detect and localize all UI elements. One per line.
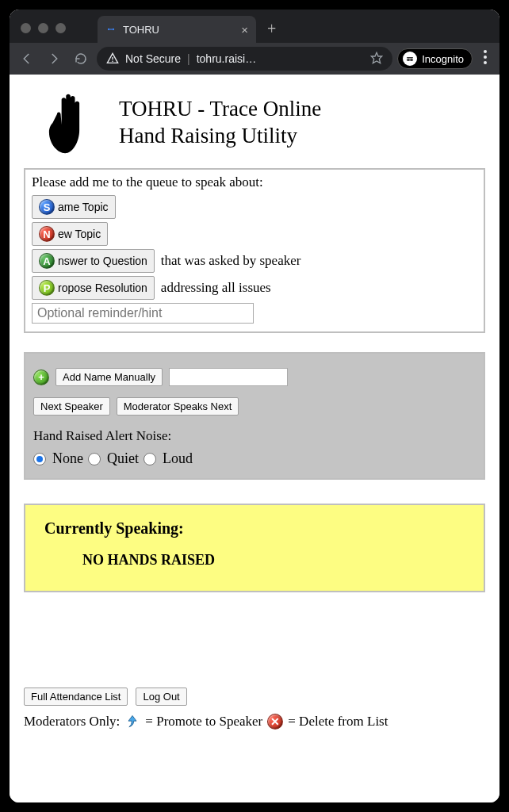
tab-favicon-icon	[105, 24, 117, 35]
svg-point-0	[108, 29, 109, 30]
page-header: TOHRU - Trace Online Hand Raising Utilit…	[24, 87, 485, 165]
moderator-panel: + Add Name Manually Next Speaker Moderat…	[24, 352, 485, 480]
alert-radio-quiet[interactable]	[88, 453, 101, 465]
moderator-speaks-label: Moderator Speaks Next	[124, 400, 232, 412]
propose-resolution-label: ropose Resolution	[58, 282, 147, 294]
svg-point-10	[484, 56, 487, 59]
incognito-label: Incognito	[422, 53, 464, 65]
svg-rect-2	[109, 29, 113, 29]
browser-tab[interactable]: TOHRU ×	[98, 16, 256, 43]
letter-badge-a-icon: A	[39, 253, 55, 269]
svg-point-9	[484, 50, 487, 53]
forward-button[interactable]	[43, 48, 65, 70]
add-name-button[interactable]: Add Name Manually	[55, 368, 163, 386]
same-topic-button[interactable]: S ame Topic	[32, 195, 116, 219]
alert-noise-label: Hand Raised Alert Noise:	[33, 428, 476, 444]
propose-resolution-suffix: addressing all issues	[161, 280, 271, 296]
delete-x-icon: ✕	[267, 714, 283, 730]
queue-option-new-topic: N ew Topic	[32, 222, 477, 246]
legend-prefix: Moderators Only:	[24, 714, 120, 730]
alert-radio-loud[interactable]	[144, 453, 156, 465]
full-attendance-label: Full Attendance List	[31, 691, 121, 703]
browser-tabbar: TOHRU × +	[10, 10, 499, 43]
answer-question-button[interactable]: A nswer to Question	[32, 249, 155, 273]
svg-rect-8	[407, 57, 413, 59]
hand-logo-icon	[43, 87, 100, 159]
plus-icon[interactable]: +	[33, 370, 49, 385]
page-title-line2: Hand Raising Utility	[119, 123, 321, 150]
browser-menu-icon[interactable]	[477, 50, 493, 67]
bookmark-star-icon[interactable]	[370, 52, 383, 67]
speaker-controls-row: Next Speaker Moderator Speaks Next	[33, 397, 476, 416]
propose-resolution-button[interactable]: P ropose Resolution	[32, 276, 155, 300]
page-content: TOHRU - Trace Online Hand Raising Utilit…	[10, 75, 499, 802]
tab-title: TOHRU	[123, 24, 235, 36]
page-title-line1: TOHRU - Trace Online	[119, 96, 321, 123]
new-topic-button[interactable]: N ew Topic	[32, 222, 108, 246]
queue-prompt: Please add me to the queue to speak abou…	[32, 174, 477, 190]
new-topic-label: ew Topic	[58, 228, 101, 240]
queue-option-answer: A nswer to Question that was asked by sp…	[32, 249, 477, 273]
currently-speaking-status: NO HANDS RAISED	[44, 552, 465, 569]
letter-badge-s-icon: S	[39, 199, 55, 215]
add-name-row: + Add Name Manually	[33, 368, 476, 386]
not-secure-icon	[106, 52, 119, 65]
new-tab-button[interactable]: +	[256, 20, 287, 43]
page-title: TOHRU - Trace Online Hand Raising Utilit…	[119, 96, 321, 150]
incognito-badge[interactable]: Incognito	[397, 48, 473, 69]
alert-option-quiet: Quiet	[107, 450, 139, 467]
add-name-label: Add Name Manually	[63, 371, 155, 383]
address-separator: |	[187, 52, 190, 65]
queue-option-propose: P ropose Resolution addressing all issue…	[32, 276, 477, 300]
svg-point-11	[484, 61, 487, 64]
next-speaker-button[interactable]: Next Speaker	[33, 397, 110, 416]
tab-close-icon[interactable]: ×	[241, 23, 248, 36]
promote-arrow-icon	[124, 714, 140, 730]
window-maximize-dot[interactable]	[55, 23, 66, 33]
reminder-hint-input[interactable]	[32, 303, 254, 324]
window-minimize-dot[interactable]	[38, 23, 48, 33]
queue-panel: Please add me to the queue to speak abou…	[24, 168, 485, 333]
letter-badge-n-icon: N	[39, 226, 55, 242]
logout-button[interactable]: Log Out	[136, 688, 186, 706]
back-button[interactable]	[16, 48, 38, 70]
alert-option-none: None	[52, 450, 83, 467]
window-traffic-lights	[21, 23, 98, 43]
next-speaker-label: Next Speaker	[40, 400, 103, 412]
address-pill[interactable]: Not Secure | tohru.raisi…	[97, 47, 392, 71]
window-close-dot[interactable]	[21, 23, 31, 33]
moderator-legend: Moderators Only: = Promote to Speaker ✕ …	[24, 714, 485, 730]
address-url: tohru.raisi…	[197, 52, 256, 65]
currently-speaking-heading: Currently Speaking:	[44, 519, 465, 538]
svg-point-6	[407, 59, 410, 61]
browser-addressbar: Not Secure | tohru.raisi… Incognito	[10, 43, 499, 75]
svg-marker-5	[372, 52, 382, 63]
queue-option-same-topic: S ame Topic	[32, 195, 477, 219]
alert-radio-none[interactable]	[33, 453, 46, 465]
svg-rect-4	[112, 61, 113, 62]
letter-badge-p-icon: P	[39, 280, 55, 296]
same-topic-label: ame Topic	[58, 201, 109, 213]
full-attendance-button[interactable]: Full Attendance List	[24, 688, 128, 706]
svg-point-1	[113, 29, 114, 30]
footer-buttons: Full Attendance List Log Out	[24, 688, 485, 706]
security-label: Not Secure	[125, 52, 181, 65]
logout-label: Log Out	[143, 691, 179, 703]
alert-noise-radios: None Quiet Loud	[33, 450, 476, 467]
legend-delete-text: = Delete from List	[288, 714, 388, 730]
legend-promote-text: = Promote to Speaker	[145, 714, 262, 730]
answer-question-suffix: that was asked by speaker	[161, 253, 301, 269]
reload-button[interactable]	[70, 48, 92, 70]
currently-speaking-panel: Currently Speaking: NO HANDS RAISED	[24, 504, 485, 592]
alert-option-loud: Loud	[163, 450, 193, 467]
incognito-icon	[403, 52, 417, 66]
moderator-speaks-button[interactable]: Moderator Speaks Next	[117, 397, 239, 416]
add-name-input[interactable]	[169, 368, 288, 386]
svg-rect-3	[112, 57, 113, 59]
answer-question-label: nswer to Question	[58, 255, 147, 267]
svg-point-7	[410, 59, 413, 61]
